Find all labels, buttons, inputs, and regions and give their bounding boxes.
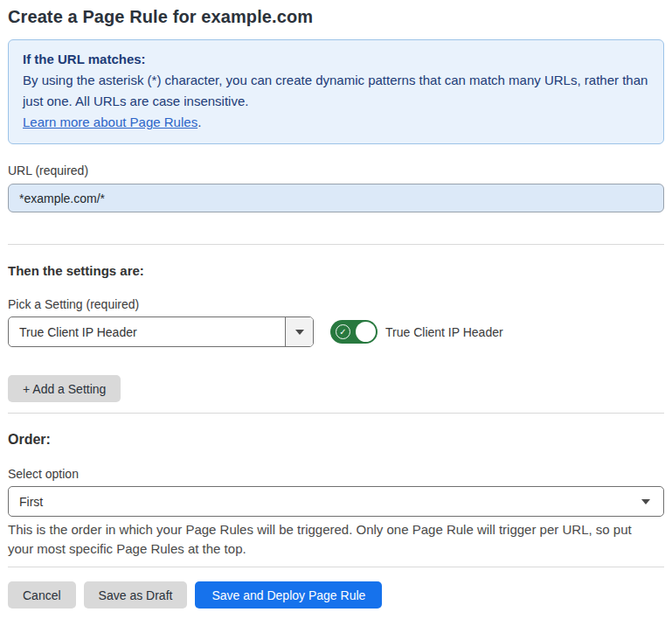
create-page-rule-form: Create a Page Rule for example.com If th… [0, 7, 672, 609]
order-select[interactable]: First [8, 486, 664, 517]
save-and-deploy-button[interactable]: Save and Deploy Page Rule [195, 581, 382, 609]
setting-row: True Client IP Header ✓ True Client IP H… [8, 316, 664, 347]
toggle-label: True Client IP Header [385, 325, 503, 339]
add-setting-button[interactable]: + Add a Setting [8, 375, 121, 402]
divider [8, 413, 664, 414]
learn-more-link[interactable]: Learn more about Page Rules [23, 115, 197, 129]
info-box-body: By using the asterisk (*) character, you… [23, 70, 649, 112]
setting-select-value: True Client IP Header [9, 317, 285, 346]
order-select-value: First [19, 495, 43, 509]
settings-section-heading: Then the settings are: [8, 263, 664, 278]
url-match-info-box: If the URL matches: By using the asteris… [8, 39, 664, 144]
url-input[interactable] [8, 184, 664, 212]
cancel-button[interactable]: Cancel [8, 581, 76, 609]
chevron-down-icon [295, 330, 304, 335]
save-as-draft-button[interactable]: Save as Draft [84, 581, 188, 609]
setting-select[interactable]: True Client IP Header [8, 316, 314, 347]
page-title: Create a Page Rule for example.com [8, 7, 664, 27]
check-icon: ✓ [336, 324, 350, 339]
chevron-down-icon [641, 499, 650, 504]
order-section-heading: Order: [8, 432, 664, 448]
order-select-label: Select option [8, 467, 664, 481]
divider [8, 244, 664, 245]
link-period: . [197, 115, 201, 129]
footer-actions: Cancel Save as Draft Save and Deploy Pag… [8, 581, 664, 609]
toggle-knob [356, 322, 376, 342]
divider [8, 567, 664, 567]
pick-setting-label: Pick a Setting (required) [8, 297, 664, 311]
info-box-link-line: Learn more about Page Rules. [23, 112, 649, 133]
setting-select-arrow-button[interactable] [285, 317, 313, 346]
true-client-ip-toggle[interactable]: ✓ [330, 320, 378, 344]
info-box-heading: If the URL matches: [23, 49, 649, 70]
url-field-label: URL (required) [8, 163, 664, 177]
order-help-text: This is the order in which your Page Rul… [8, 520, 655, 559]
